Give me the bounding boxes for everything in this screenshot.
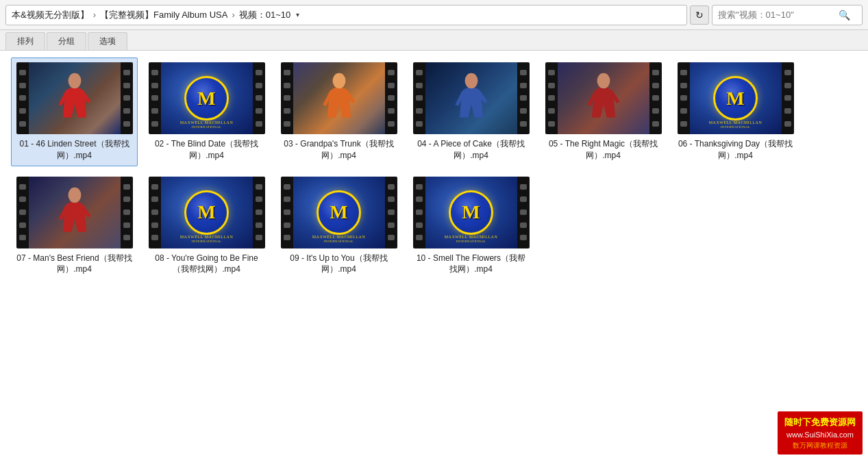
file-name: 03 - Grandpa's Trunk（我帮找网）.mp4 bbox=[280, 138, 397, 162]
file-item[interactable]: MMAXWELL MACMILLANINTERNATIONAL02 - The … bbox=[143, 58, 270, 166]
file-thumbnail: MMAXWELL MACMILLANINTERNATIONAL bbox=[149, 177, 265, 248]
file-name: 02 - The Blind Date（我帮找网）.mp4 bbox=[148, 138, 265, 162]
tab-group[interactable]: 分组 bbox=[47, 32, 86, 50]
file-name: 05 - The Right Magic（我帮找网）.mp4 bbox=[545, 138, 662, 162]
svg-point-3 bbox=[597, 73, 610, 89]
file-item[interactable]: MMAXWELL MACMILLANINTERNATIONAL10 - Smel… bbox=[408, 172, 534, 281]
svg-point-0 bbox=[68, 73, 81, 89]
refresh-button[interactable]: ↻ bbox=[690, 5, 709, 25]
file-name: 04 - A Piece of Cake（我帮找网）.mp4 bbox=[412, 138, 530, 162]
file-thumbnail bbox=[281, 62, 397, 134]
address-bar[interactable]: 本&视频无分割版】 › 【完整视频】Family Album USA › 视频：… bbox=[5, 5, 687, 25]
file-name: 08 - You're Going to Be Fine（我帮找网）.mp4 bbox=[148, 253, 265, 276]
file-item[interactable]: 04 - A Piece of Cake（我帮找网）.mp4 bbox=[408, 58, 534, 166]
svg-point-1 bbox=[332, 73, 345, 89]
file-thumbnail bbox=[16, 177, 133, 248]
nav-path-part1: 本&视频无分割版】 bbox=[12, 9, 89, 21]
file-thumbnail: MMAXWELL MACMILLANINTERNATIONAL bbox=[281, 177, 397, 248]
file-grid: 01 - 46 Linden Street（我帮找网）.mp4MMAXWELL … bbox=[0, 51, 868, 460]
file-thumbnail: MMAXWELL MACMILLANINTERNATIONAL bbox=[413, 177, 530, 248]
nav-sep2: › bbox=[232, 10, 234, 20]
tab-bar: 排列 分组 选项 bbox=[0, 30, 868, 51]
svg-point-2 bbox=[464, 73, 478, 89]
search-box[interactable]: 🔍 bbox=[712, 5, 863, 25]
nav-sep1: › bbox=[93, 10, 96, 20]
file-name: 10 - Smell The Flowers（我帮找网）.mp4 bbox=[412, 253, 530, 276]
nav-dropdown-icon[interactable]: ▾ bbox=[296, 11, 299, 18]
svg-point-4 bbox=[68, 187, 81, 203]
watermark-line2: www.SuiShiXia.com bbox=[784, 429, 856, 441]
file-name: 09 - It's Up to You（我帮找网）.mp4 bbox=[280, 253, 397, 276]
file-item[interactable]: 01 - 46 Linden Street（我帮找网）.mp4 bbox=[11, 58, 138, 166]
file-item[interactable]: MMAXWELL MACMILLANINTERNATIONAL09 - It's… bbox=[275, 172, 402, 281]
file-item[interactable]: 07 - Man's Best Friend（我帮找网）.mp4 bbox=[11, 172, 138, 281]
file-thumbnail bbox=[413, 62, 530, 134]
file-thumbnail bbox=[16, 62, 133, 134]
navigation-bar: 本&视频无分割版】 › 【完整视频】Family Album USA › 视频：… bbox=[0, 0, 868, 30]
file-name: 06 - Thanksgiving Day（我帮找网）.mp4 bbox=[677, 138, 794, 162]
nav-path-part3: 视频：01~10 bbox=[239, 9, 291, 21]
file-item[interactable]: MMAXWELL MACMILLANINTERNATIONAL08 - You'… bbox=[143, 172, 270, 281]
watermark-line1: 随时下免费资源网 bbox=[784, 416, 856, 429]
search-input[interactable] bbox=[718, 10, 834, 20]
file-name: 07 - Man's Best Friend（我帮找网）.mp4 bbox=[16, 253, 133, 276]
file-thumbnail: MMAXWELL MACMILLANINTERNATIONAL bbox=[149, 62, 265, 134]
file-item[interactable]: 05 - The Right Magic（我帮找网）.mp4 bbox=[540, 58, 667, 166]
refresh-icon: ↻ bbox=[695, 10, 704, 21]
nav-path-part2: 【完整视频】Family Album USA bbox=[100, 9, 227, 21]
file-name: 01 - 46 Linden Street（我帮找网）.mp4 bbox=[16, 138, 133, 162]
file-item[interactable]: 03 - Grandpa's Trunk（我帮找网）.mp4 bbox=[275, 58, 402, 166]
file-thumbnail: MMAXWELL MACMILLANINTERNATIONAL bbox=[678, 62, 794, 134]
tab-arrange[interactable]: 排列 bbox=[5, 32, 45, 50]
tab-options[interactable]: 选项 bbox=[88, 32, 127, 50]
search-icon[interactable]: 🔍 bbox=[839, 10, 850, 21]
watermark-line3: 数万网课教程资源 bbox=[784, 440, 856, 450]
watermark: 随时下免费资源网 www.SuiShiXia.com 数万网课教程资源 bbox=[778, 411, 863, 455]
file-thumbnail bbox=[545, 62, 662, 134]
file-item[interactable]: MMAXWELL MACMILLANINTERNATIONAL06 - Than… bbox=[672, 58, 799, 166]
